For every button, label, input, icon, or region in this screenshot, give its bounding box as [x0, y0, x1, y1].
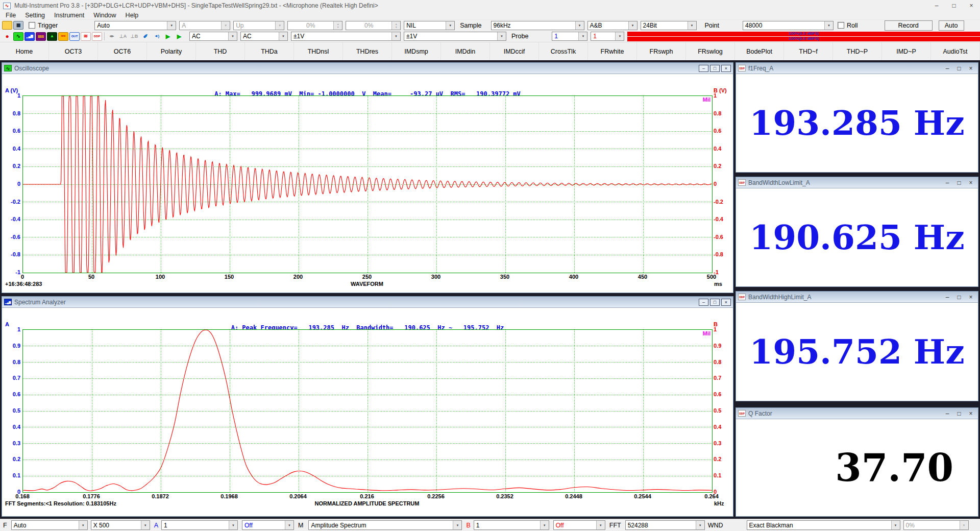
- tab-imdccif[interactable]: IMDccif: [490, 42, 539, 60]
- ddp-titlebar[interactable]: DDP BandWidthHighLimit_A – □ ×: [736, 292, 978, 303]
- sound-device-icon[interactable]: ◄): [152, 32, 162, 41]
- coupling-a-select[interactable]: AC: [189, 32, 237, 41]
- close-button[interactable]: ×: [966, 294, 976, 301]
- ground-a-icon[interactable]: ⊥A: [118, 32, 128, 41]
- menu-setting[interactable]: Setting: [20, 12, 50, 19]
- ground-b-icon[interactable]: ⊥B: [129, 32, 139, 41]
- trigger-checkbox[interactable]: [29, 22, 35, 29]
- dropdown-arrow-icon[interactable]: [615, 32, 624, 40]
- restore-button[interactable]: □: [954, 179, 964, 186]
- close-button[interactable]: ×: [721, 299, 731, 306]
- window-function-select[interactable]: Exact Blackman: [747, 520, 900, 530]
- tab-imd-p[interactable]: IMD~P: [882, 42, 931, 60]
- dropdown-arrow-icon[interactable]: [960, 521, 968, 529]
- close-button[interactable]: ×: [966, 179, 976, 186]
- dropdown-arrow-icon[interactable]: [141, 521, 150, 529]
- dropdown-arrow-icon[interactable]: [628, 21, 637, 30]
- data-logger-icon[interactable]: ≈≈: [58, 32, 68, 41]
- probe-calibration-icon[interactable]: ✐: [140, 32, 151, 41]
- x-zoom-select[interactable]: X 500: [91, 520, 150, 530]
- tab-home[interactable]: Home: [0, 42, 49, 60]
- tab-frwhite[interactable]: FRwhite: [588, 42, 637, 60]
- spinner-arrows-icon[interactable]: [333, 21, 342, 30]
- ddp-titlebar[interactable]: DDP f1Freq_A – □ ×: [736, 63, 978, 74]
- dropdown-arrow-icon[interactable]: [824, 21, 833, 30]
- tab-oct6[interactable]: OCT6: [98, 42, 147, 60]
- dropdown-arrow-icon[interactable]: [167, 21, 176, 30]
- minimize-button[interactable]: –: [928, 0, 945, 11]
- run-loop-icon[interactable]: ▶: [174, 32, 184, 41]
- fft-size-select[interactable]: 524288: [625, 520, 705, 530]
- tab-frswlog[interactable]: FRswlog: [686, 42, 735, 60]
- restore-button[interactable]: □: [954, 65, 964, 72]
- coupling-b-select[interactable]: AC: [240, 32, 288, 41]
- x-scale-select[interactable]: Auto: [11, 520, 88, 530]
- tab-thda[interactable]: THDa: [245, 42, 294, 60]
- dropdown-arrow-icon[interactable]: [229, 521, 237, 529]
- multimeter-tool-icon[interactable]: 888: [36, 32, 46, 41]
- overlap-select[interactable]: 0%: [903, 520, 969, 530]
- tab-crosstlk[interactable]: CrossTlk: [539, 42, 588, 60]
- tab-frswph[interactable]: FRswph: [637, 42, 686, 60]
- tab-thd-p[interactable]: THD~P: [833, 42, 882, 60]
- auto-button[interactable]: Auto: [939, 20, 964, 31]
- menu-window[interactable]: Window: [89, 12, 120, 19]
- dropdown-arrow-icon[interactable]: [578, 32, 587, 40]
- dropdown-arrow-icon[interactable]: [275, 21, 284, 30]
- spectrum-3d-plot-icon[interactable]: ▲: [47, 32, 57, 41]
- tab-oct3[interactable]: OCT3: [49, 42, 98, 60]
- restore-button[interactable]: □: [954, 410, 964, 417]
- ref-a-select[interactable]: Off: [242, 520, 294, 530]
- ddp-titlebar[interactable]: DDP Q Factor – □ ×: [736, 408, 978, 419]
- trigger-rejection-select[interactable]: NIL: [404, 21, 455, 30]
- restore-button[interactable]: □: [710, 299, 720, 306]
- close-button[interactable]: ×: [963, 0, 980, 11]
- ddp-titlebar[interactable]: DDP BandWidthLowLimit_A – □ ×: [736, 177, 978, 188]
- save-icon[interactable]: ▦: [13, 21, 23, 30]
- spectrum-plot-area[interactable]: Mil: [22, 329, 713, 493]
- trigger-edge-select[interactable]: Up: [233, 21, 284, 30]
- range-a-select[interactable]: ±1V: [291, 32, 401, 41]
- maximize-button[interactable]: □: [945, 0, 963, 11]
- roll-checkbox[interactable]: [838, 22, 844, 29]
- bit-resolution-select[interactable]: 24Bit: [641, 21, 697, 30]
- tab-thd[interactable]: THD: [196, 42, 245, 60]
- dropdown-arrow-icon[interactable]: [228, 32, 237, 40]
- sampling-rate-select[interactable]: 96kHz: [491, 21, 584, 30]
- tab-thdres[interactable]: THDres: [343, 42, 392, 60]
- dropdown-arrow-icon[interactable]: [688, 21, 696, 30]
- tab-imdsmp[interactable]: IMDsmp: [392, 42, 441, 60]
- dropdown-arrow-icon[interactable]: [575, 21, 584, 30]
- close-button[interactable]: ×: [966, 65, 976, 72]
- trigger-mode-select[interactable]: Auto: [94, 21, 176, 30]
- trigger-level-spinner[interactable]: 0%: [287, 21, 342, 30]
- spectrum-analyzer-tool-icon[interactable]: ▁▄▇: [24, 32, 35, 41]
- trigger-delay-spinner[interactable]: 0%: [346, 21, 401, 30]
- spectrum-analyzer-titlebar[interactable]: ▁▄▇ Spectrum Analyzer – □ ×: [2, 297, 733, 308]
- minimize-button[interactable]: –: [699, 299, 708, 306]
- minimize-button[interactable]: –: [942, 294, 952, 301]
- derived-curve-icon[interactable]: ≋: [81, 32, 91, 41]
- menu-help[interactable]: Help: [121, 12, 143, 19]
- dropdown-arrow-icon[interactable]: [497, 32, 506, 40]
- trigger-source-select[interactable]: A: [179, 21, 230, 30]
- probe-b-select[interactable]: 1: [591, 32, 624, 41]
- ref-b-select[interactable]: Off: [553, 520, 605, 530]
- probe-a-select[interactable]: 1: [552, 32, 587, 41]
- tab-thd-f[interactable]: THD~f: [784, 42, 833, 60]
- ddp-viewer-icon[interactable]: DDP: [92, 32, 102, 41]
- dropdown-arrow-icon[interactable]: [696, 521, 704, 529]
- close-button[interactable]: ×: [721, 65, 731, 72]
- record-button[interactable]: Record: [885, 20, 933, 31]
- dropdown-arrow-icon[interactable]: [79, 521, 87, 529]
- dropdown-arrow-icon[interactable]: [453, 521, 461, 529]
- restore-button[interactable]: □: [710, 65, 720, 72]
- tab-polarity[interactable]: Polarity: [147, 42, 196, 60]
- record-indicator-icon[interactable]: ●: [2, 32, 12, 41]
- oscilloscope-tool-icon[interactable]: ∿: [13, 32, 23, 41]
- spinner-arrows-icon[interactable]: [391, 21, 400, 30]
- dropdown-arrow-icon[interactable]: [891, 521, 900, 529]
- dropdown-arrow-icon[interactable]: [221, 21, 230, 30]
- restore-button[interactable]: □: [954, 294, 964, 301]
- dropdown-arrow-icon[interactable]: [279, 32, 287, 40]
